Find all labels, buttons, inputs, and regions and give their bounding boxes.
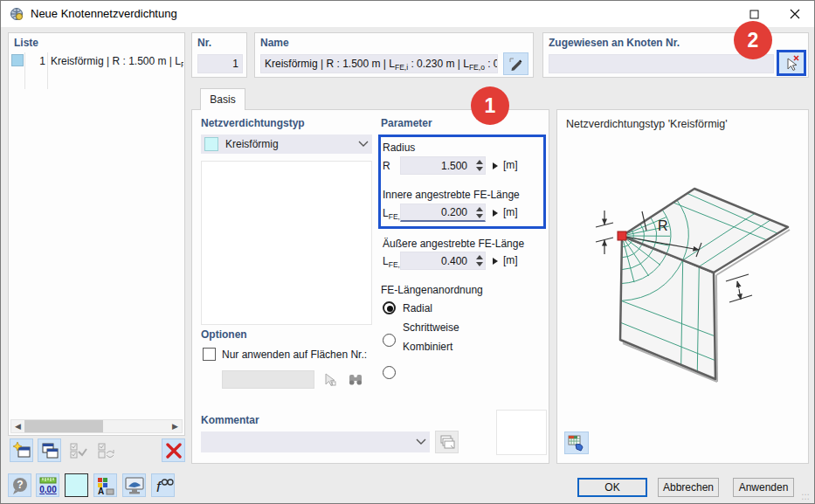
assigned-label: Zugewiesen an Knoten Nr.	[549, 37, 680, 49]
radius-spinner[interactable]	[475, 159, 483, 172]
tab-basis[interactable]: Basis	[200, 88, 245, 110]
spin-down-icon[interactable]	[476, 167, 483, 171]
svg-text:A: A	[98, 487, 104, 496]
pick-cursor-icon	[783, 54, 800, 72]
nr-label: Nr.	[197, 37, 211, 49]
radius-unit: [m]	[503, 159, 518, 171]
radio-radial[interactable]	[383, 301, 396, 314]
item-label: Kreisförmig | R : 1.500 m | LFE,i : 0	[51, 55, 183, 69]
pick-cursor-disabled-icon	[321, 371, 337, 387]
scroll-thumb[interactable]	[24, 420, 103, 432]
surfaces-input[interactable]	[222, 370, 314, 389]
radio-kombiniert[interactable]	[383, 366, 396, 379]
typ-dropdown[interactable]: Kreisförmig	[201, 135, 372, 154]
radio-schrittweise-label: Schrittweise	[403, 321, 459, 334]
inner-length-label: Innere angestrebte FE-Länge	[383, 189, 520, 201]
inner-length-input[interactable]	[400, 204, 486, 222]
resize-grip[interactable]: ……	[801, 490, 811, 499]
window-title: Neue Knotennetzverdichtung	[31, 1, 177, 27]
outer-length-input[interactable]	[400, 252, 486, 270]
binoculars-icon	[348, 371, 363, 387]
cancel-button[interactable]: Abbrechen	[658, 478, 719, 497]
radio-radial-label: Radial	[403, 302, 432, 314]
display-color-swatch-button[interactable]	[65, 473, 88, 497]
spin-down-icon[interactable]	[476, 214, 483, 218]
radius-input[interactable]	[400, 156, 486, 175]
units-ruler-icon: 0,00	[38, 475, 59, 496]
apply-surfaces-checkbox[interactable]	[203, 348, 216, 361]
comment-presets-button[interactable]	[435, 431, 459, 453]
nr-input[interactable]	[197, 54, 243, 73]
invert-selection-button[interactable]	[93, 438, 117, 462]
radius-slider-button[interactable]	[490, 159, 501, 173]
fe-mesh-settings-icon	[568, 434, 585, 452]
radio-schrittweise[interactable]	[383, 334, 396, 347]
outer-length-slider-button[interactable]	[490, 254, 501, 268]
formula-view-button[interactable]: f	[151, 473, 175, 497]
check-all-button[interactable]	[66, 438, 89, 462]
titlebar[interactable]: Neue Knotennetzverdichtung	[1, 1, 814, 27]
outer-length-field	[400, 252, 486, 270]
scroll-right-arrow[interactable]: ▶	[169, 420, 182, 432]
liste-panel: Liste 1 Kreisförmig | R : 1.500 m | LFE,…	[8, 32, 185, 436]
select-nodes-button[interactable]	[777, 50, 806, 76]
scroll-left-arrow[interactable]: ◀	[11, 420, 24, 432]
step-2-badge: 2	[734, 21, 772, 59]
screen-view-button[interactable]	[122, 473, 146, 497]
edit-name-button[interactable]	[503, 52, 528, 75]
name-input[interactable]: Kreisförmig | R : 1.500 m | LFE,i : 0.23…	[260, 54, 498, 73]
name-label: Name	[260, 37, 289, 49]
parameter-header: Parameter	[381, 117, 432, 129]
inner-length-slider-button[interactable]	[490, 206, 501, 220]
formula-glasses-icon: f	[153, 475, 174, 496]
copy-windows-icon	[40, 441, 59, 460]
preview-panel: Netzverdichtungstyp 'Kreisförmig'	[556, 109, 809, 464]
mesh-settings-button[interactable]	[564, 432, 589, 454]
outer-length-spinner[interactable]	[475, 254, 483, 267]
step-1-badge: 1	[471, 86, 509, 125]
name-box: Name Kreisförmig | R : 1.500 m | LFE,i :…	[254, 32, 534, 78]
spin-up-icon[interactable]	[476, 160, 483, 164]
typ-detail-list	[201, 161, 372, 325]
pencil-icon	[508, 56, 524, 72]
list-column-divider	[47, 52, 48, 89]
copy-item-button[interactable]	[38, 438, 61, 462]
assigned-nodes-input[interactable]	[549, 54, 774, 73]
delete-x-icon	[164, 441, 183, 460]
close-button[interactable]	[775, 1, 814, 27]
list-hscrollbar[interactable]: ◀ ▶	[10, 419, 183, 433]
find-surfaces-button[interactable]	[344, 368, 367, 390]
help-button[interactable]: ?	[8, 473, 31, 497]
radius-label: Radius	[383, 142, 415, 154]
r-dimension-label: R	[658, 218, 668, 233]
inner-length-spinner[interactable]	[475, 206, 483, 219]
spin-up-icon[interactable]	[476, 255, 483, 259]
units-settings-button[interactable]: 0,00	[36, 473, 59, 497]
apply-button[interactable]: Anwenden	[733, 478, 794, 497]
aux-preview-box	[496, 410, 547, 455]
select-surfaces-button[interactable]	[318, 368, 341, 390]
kommentar-dropdown[interactable]	[201, 432, 430, 452]
chevron-down-icon	[358, 141, 369, 148]
spin-down-icon[interactable]	[476, 262, 483, 266]
new-item-button[interactable]	[10, 438, 33, 462]
spin-up-icon[interactable]	[476, 207, 483, 211]
typ-header: Netzverdichtungstyp	[201, 117, 305, 129]
help-balloon-icon: ?	[10, 476, 30, 495]
mesh-refinement-diagram: R	[568, 146, 804, 399]
kommentar-header: Kommentar	[201, 414, 259, 426]
monitor-icon	[124, 475, 145, 496]
checkboxes-toggle-icon	[96, 441, 115, 460]
stacked-comments-icon	[439, 434, 455, 450]
new-window-icon	[12, 441, 31, 460]
list-item[interactable]: 1 Kreisförmig | R : 1.500 m | LFE,i : 0	[9, 52, 184, 70]
display-properties-button[interactable]: A	[93, 473, 117, 497]
arrangement-header: FE-Längenanordnung	[381, 284, 483, 296]
ok-button[interactable]: OK	[577, 478, 647, 497]
svg-text:?: ?	[17, 479, 23, 491]
delete-item-button[interactable]	[162, 438, 185, 462]
inner-length-field	[400, 204, 486, 222]
inner-length-unit: [m]	[503, 206, 518, 218]
dialog-neue-knotennetzverdichtung: Neue Knotennetzverdichtung Liste 1 Kreis…	[0, 0, 815, 504]
typ-color-swatch	[204, 137, 218, 151]
